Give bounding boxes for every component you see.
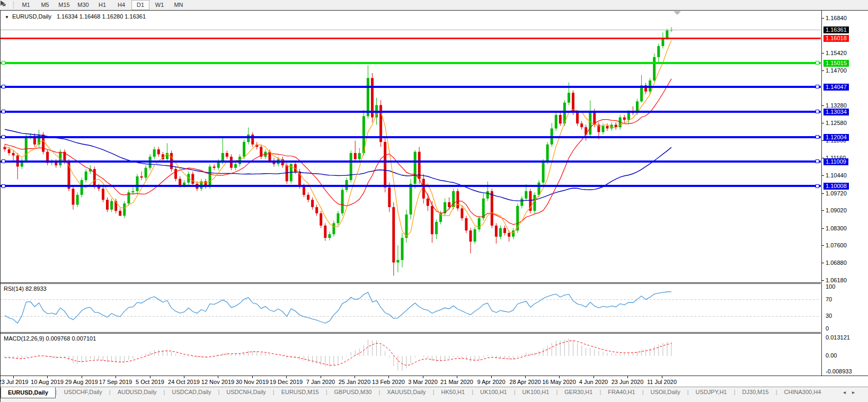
timeframe-button-h1[interactable]: H1 xyxy=(93,0,111,10)
chart-tab-eurusd-daily[interactable]: EURUSD,Daily xyxy=(1,387,56,398)
macd-label: MACD(12,26,9) 0.009768 0.007101 xyxy=(4,335,96,342)
tab-scroll-left-icon[interactable]: ◂ xyxy=(843,389,852,395)
date-axis-label: 24 Oct 2019 xyxy=(168,379,200,385)
hline-price-badge: 1.14047 xyxy=(823,84,849,91)
chart-tab-dj30-m15[interactable]: DJ30,M15 xyxy=(736,387,776,397)
timeframe-button-m1[interactable]: M1 xyxy=(17,0,35,10)
tab-scroll-right-icon[interactable]: ▸ xyxy=(852,389,861,395)
date-axis-label: 3 Mar 2020 xyxy=(408,379,438,385)
line-handle[interactable] xyxy=(2,85,5,88)
line-handle[interactable] xyxy=(2,184,5,188)
timeframe-button-m5[interactable]: M5 xyxy=(36,0,54,10)
rsi-axis-label: 30 xyxy=(826,312,832,319)
date-axis-tick xyxy=(525,376,526,378)
date-axis-tick xyxy=(116,376,116,378)
chart-tab-uk100-h1[interactable]: UK100,H1 xyxy=(473,387,514,397)
chart-tab-audusd-daily[interactable]: AUDUSD,Daily xyxy=(111,387,164,397)
macd-axis-zero-label: 0.00 xyxy=(826,352,837,359)
date-axis-label: 9 Apr 2020 xyxy=(477,379,505,385)
line-handle[interactable] xyxy=(816,85,819,88)
timeframe-buttons: M1M5M15M30H1H4D1W1MN xyxy=(16,0,188,10)
timeframe-button-m30[interactable]: M30 xyxy=(74,0,92,10)
price-axis-tick xyxy=(822,193,824,194)
horizontal-line-1.15015[interactable] xyxy=(1,62,821,64)
chart-tab-usoil-daily[interactable]: USOil,Daily xyxy=(644,387,687,397)
horizontal-line-1.16018[interactable] xyxy=(1,38,821,39)
chart-tab-ger30-h1[interactable]: GER30,H1 xyxy=(557,387,599,397)
hline-price-badge: 1.13034 xyxy=(823,109,849,115)
chart-tab-usdjpy-h1[interactable]: USDJPY,H1 xyxy=(689,387,734,397)
toolbar-grip xyxy=(10,2,14,8)
date-axis-label: 19 Dec 2019 xyxy=(270,379,303,385)
horizontal-line-1.12004[interactable] xyxy=(1,136,821,138)
date-axis-tick xyxy=(184,376,184,378)
line-handle[interactable] xyxy=(816,184,819,188)
macd-axis-min-label: -0.008933 xyxy=(826,368,852,374)
chart-tab-usdcnh-daily[interactable]: USDCNH,Daily xyxy=(219,387,273,397)
date-axis[interactable]: 23 Jul 201910 Aug 201929 Aug 201917 Sep … xyxy=(1,376,868,387)
chart-tab-uk100-h1[interactable]: UK100,H1 xyxy=(516,387,556,397)
macd-indicator-pane[interactable]: MACD(12,26,9) 0.009768 0.007101 xyxy=(1,333,821,376)
chart-tab-usdcad-daily[interactable]: USDCAD,Daily xyxy=(165,387,218,397)
timeframe-button-d1[interactable]: D1 xyxy=(131,0,149,10)
rsi-axis-label: 100 xyxy=(826,283,835,290)
date-axis-label: 25 Jan 2020 xyxy=(339,379,371,385)
chart-symbol-period: EURUSD,Daily xyxy=(12,13,51,20)
horizontal-line-1.11009[interactable] xyxy=(1,160,821,163)
price-axis-tick xyxy=(822,210,824,211)
collapse-triangle-icon[interactable]: ▼ xyxy=(5,15,9,20)
chart-tab-china300-h4[interactable]: CHINA300,H4 xyxy=(777,387,828,397)
timeframe-button-mn[interactable]: MN xyxy=(170,0,188,10)
date-axis-tick xyxy=(252,376,253,378)
price-axis-label: 1.14700 xyxy=(826,67,847,74)
date-axis-label: 17 Sep 2019 xyxy=(99,379,132,385)
horizontal-line-1.13034[interactable] xyxy=(1,111,821,113)
timeframes-toolbar: ▾ M1M5M15M30H1H4D1W1MN xyxy=(0,0,868,11)
line-handle[interactable] xyxy=(2,135,5,139)
current-price-badge: 1.16361 xyxy=(823,26,849,33)
date-axis-label: 29 Aug 2019 xyxy=(65,379,98,385)
timeframe-button-w1[interactable]: W1 xyxy=(150,0,169,10)
line-handle[interactable] xyxy=(2,61,5,65)
price-axis[interactable]: 1.168401.154201.147001.132801.125801.118… xyxy=(821,11,868,376)
main-price-pane[interactable]: ▼EURUSD,Daily1.16334 1.16468 1.16280 1.1… xyxy=(1,11,821,283)
date-axis-label: 21 Mar 2020 xyxy=(440,379,473,385)
date-axis-label: 4 Jun 2020 xyxy=(579,379,608,385)
line-handle[interactable] xyxy=(2,159,5,163)
chart-ohlc-values: 1.16334 1.16468 1.16280 1.16361 xyxy=(57,13,146,20)
chart-window: ▼EURUSD,Daily1.16334 1.16468 1.16280 1.1… xyxy=(0,10,868,402)
line-handle[interactable] xyxy=(816,159,819,163)
line-handle[interactable] xyxy=(816,61,819,65)
date-axis-tick xyxy=(559,376,560,378)
chart-tab-gbpusd-m30[interactable]: GBPUSD,M30 xyxy=(327,387,378,397)
horizontal-line-1.10008[interactable] xyxy=(1,185,821,187)
chart-tab-fra40-h1[interactable]: FRA40,H1 xyxy=(601,387,642,397)
rsi-indicator-pane[interactable]: RSI(14) 82.8933 xyxy=(1,283,821,333)
hline-price-badge: 1.11009 xyxy=(823,158,848,165)
rsi-axis-label: 70 xyxy=(826,296,832,302)
price-axis-tick xyxy=(822,228,824,229)
date-axis-tick xyxy=(423,376,423,378)
horizontal-line-1.14047[interactable] xyxy=(1,86,821,88)
line-handle[interactable] xyxy=(816,135,819,139)
line-handle[interactable] xyxy=(2,110,5,113)
line-handle[interactable] xyxy=(816,110,819,113)
hline-price-badge: 1.10008 xyxy=(823,183,849,190)
chart-tab-eurusd-m15[interactable]: EURUSD,M15 xyxy=(274,387,326,397)
chart-tab-hk50-h1[interactable]: HK50,H1 xyxy=(434,387,472,397)
date-axis-tick xyxy=(150,376,150,378)
date-axis-tick xyxy=(286,376,287,378)
chart-tab-usdchf-daily[interactable]: USDCHF,Daily xyxy=(57,387,109,397)
timeframe-button-m15[interactable]: M15 xyxy=(55,0,73,10)
price-axis-label: 1.06180 xyxy=(826,277,847,283)
price-axis-tick xyxy=(822,123,824,123)
cursor-icon xyxy=(0,0,6,7)
date-axis-tick xyxy=(594,376,594,378)
price-axis-label: 1.15420 xyxy=(826,50,847,56)
price-axis-label: 1.13280 xyxy=(826,102,847,109)
chart-tab-xauusd-daily[interactable]: XAUUSD,Daily xyxy=(380,387,432,397)
timeframe-button-h4[interactable]: H4 xyxy=(112,0,130,10)
cursor-tool-button[interactable]: ▾ xyxy=(0,1,8,10)
price-axis-label: 1.12580 xyxy=(826,120,847,126)
chart-shift-marker-icon[interactable] xyxy=(674,11,681,15)
